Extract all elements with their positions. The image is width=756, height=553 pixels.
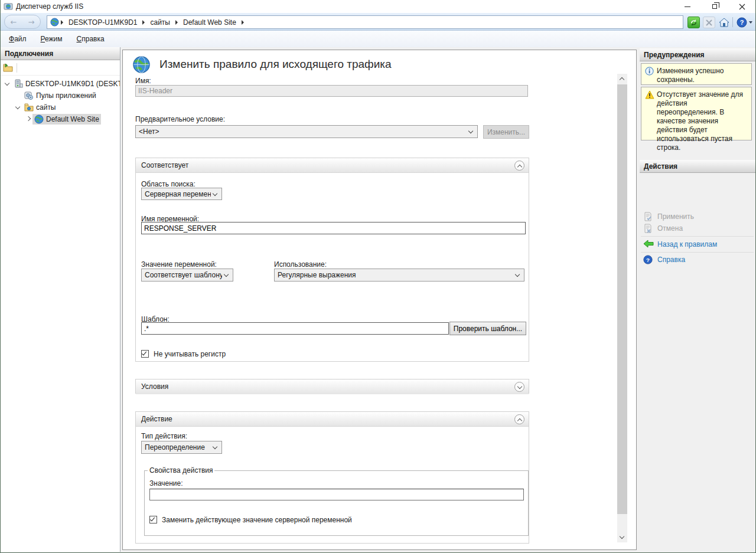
action-section-header[interactable]: Действие [136,412,529,427]
variable-value-label: Значение переменной: [141,260,217,269]
breadcrumb-item-sites[interactable]: сайты [150,18,170,27]
connections-toolbar [1,60,120,76]
breadcrumb-arrow-icon [175,20,178,25]
collapse-button[interactable] [514,161,524,171]
stop-icon [706,19,712,26]
warning-icon [645,90,654,99]
connections-tree: DESKTOP-U1MK9D1 (DESKTOP Пулы приложений… [1,76,120,125]
variable-value-select[interactable]: Соответствует шаблону [141,269,233,282]
tree-item-default-web-site[interactable]: Default Web Site [1,113,120,125]
server-icon [14,79,23,89]
vertical-scrollbar[interactable] [617,74,627,542]
name-label: Имя: [135,77,151,85]
pattern-input[interactable] [141,322,449,335]
conditions-section-title: Условия [141,382,168,391]
collapse-button[interactable] [514,414,524,424]
menu-file[interactable]: Файл [1,31,34,47]
menu-bar: Файл Режим Справка [1,31,755,47]
breadcrumb[interactable]: DESKTOP-U1MK9D1 сайты Default Web Site [47,15,683,29]
expander-icon[interactable] [26,116,31,121]
chevron-down-icon [213,191,217,195]
edit-precondition-button[interactable]: Изменить... [483,125,529,139]
chevron-down-icon [213,444,217,449]
replace-value-checkbox[interactable] [149,516,157,523]
match-section: Соответствует Область поиска: Серверная … [135,158,529,362]
chevron-up-icon [517,418,522,423]
action-properties-title: Свойства действия [148,466,214,475]
page-globe-icon [132,55,151,74]
separator [641,236,754,237]
right-panel: Предупреждения Изменения успешно сохране… [640,47,756,552]
action-back-to-rules[interactable]: Назад к правилам [640,238,756,250]
menu-view[interactable]: Режим [34,31,70,47]
scroll-up-button[interactable] [617,74,627,84]
minimize-button[interactable] [674,0,701,13]
help-button[interactable]: ? [735,17,748,28]
chevron-down-icon [515,272,520,277]
action-help[interactable]: ? Справка [640,254,756,266]
close-icon [739,4,745,10]
tree-item-label: сайты [36,102,56,113]
menu-help[interactable]: Справка [70,31,112,47]
expander-icon[interactable] [5,81,9,86]
conditions-section-header[interactable]: Условия [136,379,529,394]
back-icon[interactable]: ← [11,18,17,26]
alert-info: Изменения успешно сохранены. [641,63,752,85]
help-icon: ? [737,17,747,28]
variable-name-input[interactable] [141,222,526,234]
help-dropdown-icon[interactable] [749,21,752,24]
breadcrumb-item-default-web-site[interactable]: Default Web Site [183,18,236,27]
minimize-icon [685,6,690,7]
precondition-value: <Нет> [139,127,467,136]
back-arrow-icon [643,240,653,249]
iis-manager-window: Диспетчер служб IIS ← → DESKTOP-U1MK9D1 … [0,0,756,553]
chevron-down-icon [620,534,624,539]
alert-text: Изменения успешно сохранены. [657,67,724,84]
usage-label: Использование: [274,260,327,269]
action-value-input[interactable] [149,489,524,500]
tree-item-server[interactable]: DESKTOP-U1MK9D1 (DESKTOP [1,78,120,90]
test-pattern-button[interactable]: Проверить шаблон... [449,322,526,335]
chevron-down-icon [517,384,522,389]
refresh-button[interactable] [687,17,700,28]
match-section-title: Соответствует [141,161,188,169]
chevron-up-icon [620,77,624,82]
breadcrumb-arrow-icon [242,20,244,25]
action-label: Назад к правилам [657,238,717,250]
forward-icon[interactable]: → [28,18,35,26]
restore-button[interactable] [701,0,728,13]
expander-icon[interactable] [15,104,20,109]
action-type-value: Переопределение [145,443,211,451]
breadcrumb-item-server[interactable]: DESKTOP-U1MK9D1 [69,18,137,27]
action-value-label: Значение: [149,479,183,487]
connections-panel: Подключения DESKTOP-U1MK9D1 (DESKTOP Пул… [1,47,120,552]
action-label: Справка [657,254,685,266]
stop-button[interactable] [703,17,715,28]
home-icon [719,18,729,28]
save-connection-icon[interactable] [3,63,13,72]
action-type-select[interactable]: Переопределение [141,441,222,454]
globe-icon [50,18,59,27]
sites-folder-icon [24,103,34,112]
expand-button[interactable] [514,382,524,392]
restore-icon [712,4,717,9]
scroll-down-button[interactable] [617,532,627,542]
scope-label: Область поиска: [141,180,195,188]
usage-select[interactable]: Регулярные выражения [274,269,524,282]
scrollbar-thumb[interactable] [617,84,627,514]
scope-select[interactable]: Серверная переменн [141,188,222,200]
tree-item-app-pools[interactable]: Пулы приложений [1,90,120,102]
site-globe-icon [34,114,44,124]
close-button[interactable] [728,0,755,13]
page-title: Изменить правило для исходящего трафика [159,58,392,71]
tree-item-label: DESKTOP-U1MK9D1 (DESKTOP [25,78,120,90]
chevron-down-icon [468,129,473,133]
home-button[interactable] [718,17,730,28]
refresh-icon [690,19,698,27]
action-section: Действие Тип действия: Переопределение С… [135,411,529,544]
tree-item-sites[interactable]: сайты [1,102,120,113]
variable-value-value: Соответствует шаблону [145,271,222,279]
match-section-header[interactable]: Соответствует [136,158,529,173]
precondition-select[interactable]: <Нет> [135,125,478,138]
ignore-case-checkbox[interactable] [141,350,149,358]
